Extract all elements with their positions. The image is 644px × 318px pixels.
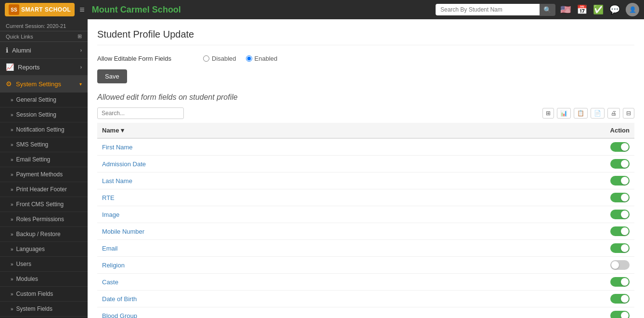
table-search-input[interactable]	[97, 107, 184, 119]
session-info: Current Session: 2020-21	[0, 19, 88, 31]
settings-icon: ⚙	[6, 80, 12, 88]
check-icon[interactable]: ✅	[593, 4, 604, 15]
table-icon-csv[interactable]: 📋	[574, 108, 588, 119]
table-icon-pdf[interactable]: 📄	[591, 108, 605, 119]
alumni-arrow: ›	[80, 48, 82, 53]
field-action	[467, 240, 634, 257]
system-settings-submenu: » General Setting » Session Setting » No…	[0, 93, 88, 318]
toggle-image[interactable]	[610, 210, 630, 219]
school-name: Mount Carmel School	[92, 5, 431, 15]
sidebar-item-general-setting[interactable]: » General Setting	[0, 93, 88, 107]
brand-text: SMART SCHOOL	[21, 6, 71, 13]
sidebar-label-system-settings: System Settings	[16, 80, 61, 88]
radio-disabled-option[interactable]: Disabled	[203, 55, 236, 62]
sidebar-item-reports[interactable]: 📈 Reports ›	[0, 59, 88, 76]
sidebar-item-sms-setting[interactable]: » SMS Setting	[0, 137, 88, 152]
navbar: SS SMART SCHOOL ≡ Mount Carmel School 🔍 …	[0, 0, 644, 19]
search-input[interactable]	[436, 4, 541, 15]
field-action	[467, 223, 634, 240]
calendar-icon[interactable]: 📅	[577, 4, 587, 15]
field-name: Last Name	[97, 172, 467, 189]
table-row: RTE	[97, 189, 634, 206]
label-languages: Languages	[16, 246, 45, 252]
table-row: Last Name	[97, 172, 634, 189]
label-users: Users	[16, 261, 31, 267]
toggle-caste[interactable]	[610, 277, 630, 287]
sidebar-item-email-setting[interactable]: » Email Setting	[0, 152, 88, 167]
field-name: Image	[97, 206, 467, 223]
sidebar-item-custom-fields[interactable]: » Custom Fields	[0, 287, 88, 302]
toggle-slider	[610, 159, 630, 169]
whatsapp-icon[interactable]: 💬	[609, 4, 620, 15]
table-toolbar: ⊞ 📊 📋 📄 🖨 ⊟	[97, 107, 634, 119]
sidebar-item-languages[interactable]: » Languages	[0, 242, 88, 257]
label-system-fields: System Fields	[16, 305, 52, 312]
radio-disabled[interactable]	[203, 55, 209, 62]
col-name: Name ▾	[97, 123, 467, 138]
sidebar-item-users[interactable]: » Users	[0, 257, 88, 272]
search-button[interactable]: 🔍	[540, 4, 555, 16]
sidebar-label-alumni: Alumni	[12, 47, 31, 54]
field-name: Caste	[97, 274, 467, 291]
navbar-icons: 🇺🇸 📅 ✅ 💬 👤	[560, 3, 639, 16]
sidebar-item-system-fields[interactable]: » System Fields	[0, 302, 88, 317]
label-notification-setting: Notification Setting	[16, 126, 64, 133]
label-custom-fields: Custom Fields	[16, 291, 53, 297]
label-email-setting: Email Setting	[16, 156, 51, 163]
sidebar-item-alumni[interactable]: ℹ Alumni ›	[0, 42, 88, 59]
sidebar-item-notification-setting[interactable]: » Notification Setting	[0, 122, 88, 137]
fields-table: Name ▾ Action First NameAdmission DateLa…	[97, 123, 634, 318]
field-action	[467, 172, 634, 189]
label-print-header-footer: Print Header Footer	[16, 186, 67, 193]
sidebar-item-roles-permissions[interactable]: » Roles Permissions	[0, 212, 88, 227]
brand-logo[interactable]: SS SMART SCHOOL	[5, 3, 75, 16]
sidebar-item-backup-restore[interactable]: » Backup / Restore	[0, 227, 88, 242]
radio-enabled-option[interactable]: Enabled	[246, 55, 278, 62]
quick-links[interactable]: Quick Links ⊞	[0, 31, 88, 42]
table-icon-copy[interactable]: ⊞	[542, 108, 554, 119]
form-label: Allow Editable Form Fields	[97, 55, 193, 62]
toggle-mobile-number[interactable]	[610, 226, 630, 236]
reports-icon: 📈	[6, 63, 14, 71]
radio-group: Disabled Enabled	[203, 55, 277, 62]
flag-icon[interactable]: 🇺🇸	[560, 4, 571, 15]
table-row: Religion	[97, 257, 634, 274]
toggle-date-of-birth[interactable]	[610, 294, 630, 304]
table-icon-columns[interactable]: ⊟	[623, 108, 634, 119]
table-icon-excel[interactable]: 📊	[557, 108, 571, 119]
toggle-email[interactable]	[610, 243, 630, 253]
sidebar-item-modules[interactable]: » Modules	[0, 272, 88, 287]
field-action	[467, 138, 634, 156]
radio-enabled-label: Enabled	[255, 55, 278, 62]
toggle-last-name[interactable]	[610, 176, 630, 186]
table-icon-group: ⊞ 📊 📋 📄 🖨 ⊟	[542, 108, 634, 119]
field-action	[467, 257, 634, 274]
radio-enabled[interactable]	[246, 55, 252, 62]
toggle-blood-group[interactable]	[610, 311, 630, 318]
toggle-slider	[610, 260, 630, 270]
sidebar-item-session-setting[interactable]: » Session Setting	[0, 107, 88, 122]
toggle-rte[interactable]	[610, 193, 630, 202]
toggle-admission-date[interactable]	[610, 159, 630, 169]
table-row: Caste	[97, 274, 634, 291]
search-container: 🔍	[436, 4, 555, 16]
label-front-cms-setting: Front CMS Setting	[16, 201, 64, 208]
reports-arrow: ›	[80, 65, 82, 70]
toggle-religion[interactable]	[610, 260, 630, 270]
label-session-setting: Session Setting	[16, 111, 56, 118]
field-action	[467, 274, 634, 291]
field-name: Religion	[97, 257, 467, 274]
save-button[interactable]: Save	[97, 69, 127, 83]
table-icon-print[interactable]: 🖨	[607, 108, 620, 119]
hamburger-icon[interactable]: ≡	[79, 5, 85, 15]
field-action	[467, 156, 634, 172]
sidebar-item-front-cms-setting[interactable]: » Front CMS Setting	[0, 197, 88, 212]
user-avatar[interactable]: 👤	[626, 3, 639, 16]
table-row: Mobile Number	[97, 223, 634, 240]
sidebar-item-print-header-footer[interactable]: » Print Header Footer	[0, 182, 88, 197]
label-payment-methods: Payment Methods	[16, 171, 63, 178]
sidebar-item-payment-methods[interactable]: » Payment Methods	[0, 167, 88, 182]
toggle-first-name[interactable]	[610, 142, 630, 152]
table-row: Blood Group	[97, 307, 634, 318]
sidebar-item-system-settings[interactable]: ⚙ System Settings ▾	[0, 76, 88, 93]
